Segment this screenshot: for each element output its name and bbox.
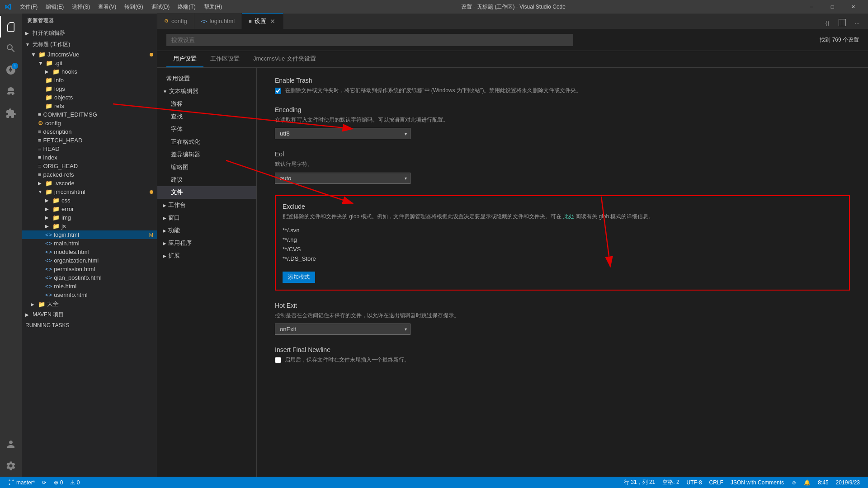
exclude-link[interactable]: 此处 xyxy=(563,213,574,220)
status-warnings[interactable]: ⚠ 0 xyxy=(66,477,83,488)
settings-nav-format[interactable]: 正在格式化 xyxy=(157,136,256,148)
tab-config[interactable]: ⚙ config xyxy=(157,13,194,29)
tab-settings[interactable]: ≡ 设置 ✕ xyxy=(242,13,283,29)
settings-nav-minimap[interactable]: 缩略图 xyxy=(157,161,256,174)
activity-debug[interactable] xyxy=(0,81,22,103)
tree-packed-refs[interactable]: ≡ packed-refs xyxy=(22,170,157,179)
settings-nav-window[interactable]: ▶ 窗口 xyxy=(157,211,256,224)
status-sync[interactable]: ⟳ xyxy=(38,477,50,488)
menu-help[interactable]: 帮助(H) xyxy=(200,2,226,12)
enable-trash-checkbox[interactable] xyxy=(275,88,281,94)
tree-description[interactable]: ≡ description xyxy=(22,127,157,136)
settings-nav-font[interactable]: 字体 xyxy=(157,123,256,136)
status-encoding[interactable]: UTF-8 xyxy=(683,479,706,486)
menu-edit[interactable]: 编辑(E) xyxy=(42,2,67,12)
tree-jmccmsvue[interactable]: ▼ 📁 JmccmsVue xyxy=(22,50,157,59)
eol-select[interactable]: auto \n \r\n xyxy=(275,173,410,184)
tree-refs[interactable]: 📁 refs xyxy=(22,102,157,110)
close-button[interactable]: ✕ xyxy=(843,0,863,14)
tree-info[interactable]: 📁 info xyxy=(22,76,157,84)
menu-select[interactable]: 选择(S) xyxy=(68,2,94,12)
tree-hooks[interactable]: ▶ 📁 hooks xyxy=(22,67,157,76)
tree-fetch-head[interactable]: ≡ FETCH_HEAD xyxy=(22,136,157,145)
status-errors[interactable]: ⊗ 0 xyxy=(50,477,66,488)
org-icon: <> xyxy=(45,257,52,264)
toolbar-json-btn[interactable]: {} xyxy=(821,16,834,29)
settings-tab-folder[interactable]: JmccmsVue 文件夹设置 xyxy=(246,51,323,67)
tree-vscode[interactable]: ▶ 📁 .vscode xyxy=(22,179,157,188)
workspace-section[interactable]: ▼ 无标题 (工作区) xyxy=(22,39,157,50)
settings-tab-workspace[interactable]: 工作区设置 xyxy=(203,51,246,67)
menu-terminal[interactable]: 终端(T) xyxy=(174,2,199,12)
menu-file[interactable]: 文件(F) xyxy=(16,2,41,12)
status-line-ending[interactable]: CRLF xyxy=(706,479,727,486)
settings-nav-app[interactable]: ▶ 应用程序 xyxy=(157,237,256,249)
running-tasks-section[interactable]: RUNNING TASKS xyxy=(22,320,157,330)
settings-nav-diff-editor[interactable]: 差异编辑器 xyxy=(157,148,256,161)
eol-select-wrapper: auto \n \r\n ▾ xyxy=(275,173,410,184)
tree-css[interactable]: ▶ 📁 css xyxy=(22,196,157,205)
tree-img[interactable]: ▶ 📁 img xyxy=(22,213,157,222)
activity-git[interactable]: 1 xyxy=(0,59,22,81)
tree-organization-html[interactable]: <> organization.html xyxy=(22,256,157,265)
tree-permission-html[interactable]: <> permission.html xyxy=(22,265,157,273)
maven-section[interactable]: ▶ MAVEN 项目 xyxy=(22,309,157,320)
status-smiley[interactable]: ☺ xyxy=(788,479,800,486)
tree-login-html[interactable]: <> login.html M xyxy=(22,230,157,239)
encoding-select[interactable]: utf8 utf8bom gbk gb2312 latin1 xyxy=(275,128,410,139)
bell-icon: 🔔 xyxy=(804,479,811,486)
status-spaces[interactable]: 空格: 2 xyxy=(659,479,683,486)
tree-git[interactable]: ▼ 📁 .git xyxy=(22,59,157,67)
settings-nav-suggestions[interactable]: 建议 xyxy=(157,174,256,186)
menu-debug[interactable]: 调试(D) xyxy=(148,2,174,12)
maximize-button[interactable]: □ xyxy=(822,0,843,14)
menu-goto[interactable]: 转到(G) xyxy=(121,2,146,12)
menu-view[interactable]: 查看(V) xyxy=(94,2,120,12)
tab-login-html[interactable]: <> login.html xyxy=(194,13,242,29)
settings-search-input[interactable] xyxy=(166,34,573,46)
activity-account[interactable] xyxy=(0,433,22,455)
tree-orig-head[interactable]: ≡ ORIG_HEAD xyxy=(22,162,157,170)
tree-config[interactable]: ⚙ config xyxy=(22,119,157,127)
tree-jmccmshtml[interactable]: ▼ 📁 jmccmshtml xyxy=(22,188,157,196)
tree-js[interactable]: ▶ 📁 js xyxy=(22,222,157,230)
insert-newline-checkbox[interactable] xyxy=(275,357,281,363)
activity-settings[interactable] xyxy=(0,455,22,477)
minimize-button[interactable]: ─ xyxy=(801,0,822,14)
hot-exit-select[interactable]: onExit onExitAndWindowClose off xyxy=(275,324,410,335)
tree-modules-html[interactable]: <> modules.html xyxy=(22,248,157,256)
tree-objects[interactable]: 📁 objects xyxy=(22,93,157,102)
tree-head[interactable]: ≡ HEAD xyxy=(22,145,157,153)
tree-userinfo-html[interactable]: <> userinfo.html xyxy=(22,291,157,299)
activity-explorer[interactable] xyxy=(0,16,22,38)
status-position[interactable]: 行 31，列 21 xyxy=(620,479,659,486)
tree-daquan[interactable]: ▶ 📁 大全 xyxy=(22,299,157,309)
open-editors-section[interactable]: ▶ 打开的编辑器 xyxy=(22,28,157,39)
activity-extensions[interactable] xyxy=(0,103,22,124)
settings-nav-find[interactable]: 查找 xyxy=(157,110,256,123)
tree-index[interactable]: ≡ index xyxy=(22,153,157,162)
status-bell[interactable]: 🔔 xyxy=(800,479,814,486)
status-language[interactable]: JSON with Comments xyxy=(727,479,788,486)
settings-nav-common[interactable]: 常用设置 xyxy=(157,72,256,85)
tree-role-html[interactable]: <> role.html xyxy=(22,282,157,291)
tree-error[interactable]: ▶ 📁 error xyxy=(22,205,157,213)
tree-commit[interactable]: ≡ COMMIT_EDITMSG xyxy=(22,110,157,119)
toolbar-more-btn[interactable]: ··· xyxy=(851,16,863,29)
settings-tab-close[interactable]: ✕ xyxy=(269,18,276,25)
activity-search[interactable] xyxy=(0,38,22,59)
settings-nav-features[interactable]: ▶ 功能 xyxy=(157,224,256,237)
toolbar-split-btn[interactable] xyxy=(836,16,849,29)
setting-hot-exit: Hot Exit 控制是否在会话间记住未保存的文件，以允许在退出编辑器时跳过保存… xyxy=(275,302,850,335)
settings-nav-workbench[interactable]: ▶ 工作台 xyxy=(157,199,256,211)
tree-qian-html[interactable]: <> qian_postinfo.html xyxy=(22,273,157,282)
settings-nav-files[interactable]: 文件 xyxy=(157,186,256,199)
status-branch[interactable]: master* xyxy=(5,477,38,488)
settings-nav-text-editor[interactable]: ▼ 文本编辑器 xyxy=(157,85,256,98)
exclude-add-button[interactable]: 添加模式 xyxy=(283,272,315,283)
tree-main-html[interactable]: <> main.html xyxy=(22,239,157,248)
settings-nav-ext[interactable]: ▶ 扩展 xyxy=(157,249,256,262)
tree-logs[interactable]: 📁 logs xyxy=(22,84,157,93)
settings-nav-cursor[interactable]: 游标 xyxy=(157,98,256,110)
settings-tab-user[interactable]: 用户设置 xyxy=(166,51,203,67)
